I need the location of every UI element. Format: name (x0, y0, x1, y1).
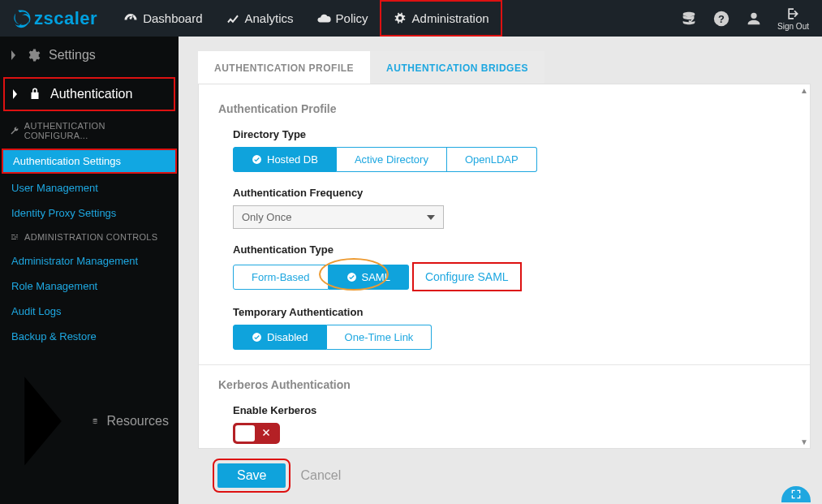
scroll-up-icon[interactable]: ▲ (800, 86, 808, 95)
dropdown-auth-frequency[interactable]: Only Once (233, 205, 444, 229)
sidebar-item-identity-proxy[interactable]: Identity Proxy Settings (0, 200, 179, 226)
gauge-icon (123, 11, 138, 26)
option-label: Active Directory (355, 153, 428, 166)
brand-text: zscaler (34, 8, 97, 29)
chart-line-icon (226, 11, 240, 26)
sidebar-section-authentication[interactable]: Authentication (3, 77, 175, 111)
sidebar-item-label: Administrator Management (11, 255, 138, 267)
label-auth-frequency: Authentication Frequency (233, 187, 790, 199)
sidebar-item-label: Audit Logs (11, 305, 61, 317)
sidebar-item-auth-settings[interactable]: Authentication Settings (2, 149, 177, 174)
toggle-knob (235, 425, 255, 442)
sidebar-item-label: Backup & Restore (11, 330, 97, 342)
settings-panel: ▲ ▼ Authentication Profile Directory Typ… (198, 84, 811, 449)
nav-policy-label: Policy (336, 11, 368, 25)
cloud-icon (316, 11, 331, 26)
tab-authentication-profile[interactable]: AUTHENTICATION PROFILE (198, 51, 370, 84)
label-temp-auth: Temporary Authentication (233, 306, 790, 318)
content-tabs: AUTHENTICATION PROFILE AUTHENTICATION BR… (198, 51, 811, 84)
gear-icon (26, 48, 41, 62)
wrench-icon (10, 126, 19, 136)
sidebar-item-backup-restore[interactable]: Backup & Restore (0, 324, 179, 349)
sub-head-auth-config-label: AUTHENTICATION CONFIGURA... (24, 121, 169, 140)
section-title-kerberos: Kerberos Authentication (218, 378, 790, 391)
cancel-button[interactable]: Cancel (300, 468, 341, 483)
chevron-right-icon (10, 49, 18, 62)
top-right-icons: ? Sign Out (680, 6, 822, 31)
sidebar-settings-label: Settings (49, 48, 96, 62)
button-label: Cancel (300, 468, 341, 482)
option-label: Hosted DB (267, 153, 318, 166)
chevron-right-icon (11, 88, 19, 101)
lock-icon (28, 87, 42, 101)
section-title-auth-profile: Authentication Profile (218, 102, 790, 115)
check-circle-icon (346, 272, 357, 282)
section-divider (199, 364, 810, 365)
segment-temp-auth: Disabled One-Time Link (233, 325, 790, 350)
toggle-enable-kerberos[interactable] (233, 423, 280, 444)
label-enable-kerberos: Enable Kerberos (233, 404, 790, 416)
sidebar-item-user-management[interactable]: User Management (0, 175, 179, 200)
option-hosted-db[interactable]: Hosted DB (233, 147, 337, 172)
sidebar: Settings Authentication AUTHENTICATION C… (0, 37, 179, 504)
segment-directory-type: Hosted DB Active Directory OpenLDAP (233, 147, 790, 172)
label-directory-type: Directory Type (233, 128, 790, 140)
sign-out-icon (785, 6, 802, 22)
nav-administration-label: Administration (412, 11, 489, 25)
help-icon[interactable]: ? (712, 10, 730, 28)
database-check-icon[interactable] (680, 10, 698, 28)
expand-icon (790, 488, 803, 501)
option-form-based[interactable]: Form-Based (233, 265, 329, 290)
link-label: Configure SAML (425, 270, 509, 283)
user-icon[interactable] (745, 10, 763, 28)
sidebar-section-resources[interactable]: Resources (0, 349, 179, 493)
content-area: AUTHENTICATION PROFILE AUTHENTICATION BR… (179, 37, 822, 504)
sidebar-item-administrator-management[interactable]: Administrator Management (0, 248, 179, 274)
nav-analytics[interactable]: Analytics (214, 0, 305, 37)
sidebar-authentication-label: Authentication (50, 87, 132, 101)
sidebar-section-settings[interactable]: Settings (0, 37, 179, 74)
brand-logo: zscaler (0, 0, 112, 37)
tab-label: AUTHENTICATION PROFILE (214, 62, 354, 74)
label-auth-type: Authentication Type (233, 243, 790, 256)
segment-auth-type: Form-Based SAML (233, 265, 409, 290)
sign-out-button[interactable]: Sign Out (777, 6, 809, 31)
svg-text:?: ? (718, 12, 725, 24)
sidebar-item-label: User Management (11, 182, 98, 194)
option-disabled[interactable]: Disabled (233, 325, 327, 350)
scroll-down-icon[interactable]: ▼ (800, 437, 808, 446)
sliders-icon (10, 232, 19, 242)
nav-analytics-label: Analytics (245, 11, 294, 25)
main-layout: Settings Authentication AUTHENTICATION C… (0, 37, 822, 504)
option-one-time-link[interactable]: One-Time Link (327, 325, 433, 350)
nav-dashboard-label: Dashboard (143, 11, 202, 25)
panel-footer: Save Cancel (198, 449, 811, 488)
nav-dashboard[interactable]: Dashboard (112, 0, 213, 37)
nav-policy[interactable]: Policy (305, 0, 380, 37)
topbar: zscaler Dashboard Analytics Policy Admin… (0, 0, 822, 37)
toggle-off-icon (255, 426, 278, 441)
option-label: One-Time Link (345, 331, 414, 343)
save-button[interactable]: Save (217, 463, 286, 488)
tab-label: AUTHENTICATION BRIDGES (386, 62, 528, 74)
nav-administration[interactable]: Administration (380, 0, 502, 37)
floating-action-button[interactable] (781, 486, 811, 502)
database-icon (92, 414, 98, 429)
check-circle-icon (252, 154, 262, 165)
sidebar-item-label: Identity Proxy Settings (11, 207, 116, 219)
zscaler-swirl-icon (11, 8, 32, 29)
option-openldap[interactable]: OpenLDAP (447, 147, 537, 172)
option-active-directory[interactable]: Active Directory (337, 147, 447, 172)
top-nav: Dashboard Analytics Policy Administratio… (112, 0, 501, 37)
gears-icon (393, 11, 407, 26)
option-label: OpenLDAP (465, 153, 519, 166)
link-configure-saml[interactable]: Configure SAML (412, 262, 522, 291)
sidebar-item-audit-logs[interactable]: Audit Logs (0, 299, 179, 324)
sidebar-item-role-management[interactable]: Role Management (0, 274, 179, 299)
tab-authentication-bridges[interactable]: AUTHENTICATION BRIDGES (370, 51, 544, 84)
option-label: Disabled (267, 331, 308, 343)
panel-scrollbar[interactable]: ▲ ▼ (798, 84, 810, 448)
button-label: Save (237, 468, 266, 482)
option-saml[interactable]: SAML (329, 265, 409, 290)
option-label: SAML (362, 271, 390, 283)
